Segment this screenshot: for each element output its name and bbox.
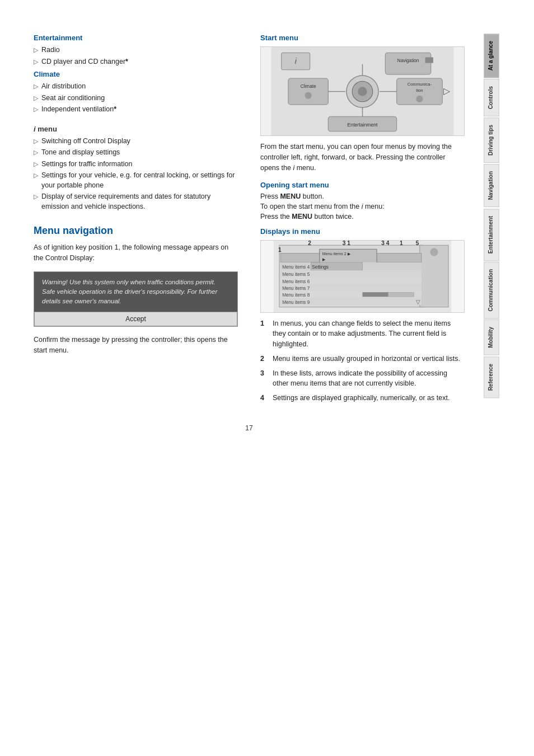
bullet-arrow-icon: ▷ bbox=[34, 46, 38, 54]
right-column: Start menu Climate bbox=[260, 34, 465, 407]
bullet-arrow-icon: ▷ bbox=[34, 105, 38, 114]
climate-list: ▷ Air distribution ▷ Seat air conditioni… bbox=[34, 82, 238, 115]
tab-navigation[interactable]: Navigation bbox=[484, 164, 499, 207]
svg-rect-11 bbox=[385, 53, 431, 74]
item-text: In these lists, arrows indicate the poss… bbox=[273, 368, 465, 388]
svg-text:Menu items 8: Menu items 8 bbox=[282, 293, 310, 298]
list-item: ▷ Air distribution bbox=[34, 82, 238, 92]
list-item: ▷ Seat air conditioning bbox=[34, 93, 238, 104]
start-menu-heading: Start menu bbox=[260, 34, 465, 42]
svg-text:1: 1 bbox=[400, 241, 403, 246]
svg-point-32 bbox=[430, 248, 438, 256]
svg-text:1: 1 bbox=[278, 247, 282, 253]
bullet-arrow-icon: ▷ bbox=[34, 148, 38, 157]
item-text: Settings for your vehicle, e.g. for cent… bbox=[41, 171, 238, 190]
list-item: ▷ Switching off Control Display bbox=[34, 137, 238, 147]
main-content: Entertainment ▷ Radio ▷ CD player and CD… bbox=[0, 0, 481, 756]
svg-text:2: 2 bbox=[308, 241, 311, 246]
i-icon: i bbox=[34, 125, 36, 133]
displays-numbered-list: 1 In menus, you can change fields to sel… bbox=[260, 318, 465, 403]
bullet-arrow-icon: ▷ bbox=[34, 192, 38, 201]
imenu-section: i menu ▷ Switching off Control Display ▷… bbox=[34, 125, 238, 212]
svg-point-10 bbox=[416, 96, 423, 102]
imenu-list: ▷ Switching off Control Display ▷ Tone a… bbox=[34, 137, 238, 212]
menu-bold-2: MENU bbox=[292, 213, 312, 220]
svg-text:Settings: Settings bbox=[312, 265, 329, 270]
svg-text:▽: ▽ bbox=[416, 299, 420, 305]
num-label: 1 bbox=[260, 318, 268, 328]
list-item: ▷ Settings for traffic information bbox=[34, 159, 238, 170]
list-item: ▷ Display of service requirements and da… bbox=[34, 192, 238, 212]
item-text: Switching off Control Display bbox=[41, 137, 130, 147]
bullet-arrow-icon: ▷ bbox=[34, 160, 38, 168]
svg-text:3 1: 3 1 bbox=[343, 241, 351, 246]
svg-text:Communica-: Communica- bbox=[407, 82, 432, 87]
start-menu-svg: Climate Communica- tion Navigation bbox=[261, 47, 464, 135]
item-text: In menus, you can change fields to selec… bbox=[273, 318, 465, 349]
list-item: ▷ Settings for your vehicle, e.g. for ce… bbox=[34, 171, 238, 190]
item-text: Display of service requirements and date… bbox=[41, 192, 238, 212]
menu-display-svg: 1 2 3 1 3 4 1 5 Menu items 2 ▶ bbox=[261, 241, 464, 312]
svg-text:Menu items 6: Menu items 6 bbox=[282, 279, 310, 284]
bullet-arrow-icon: ▷ bbox=[34, 58, 38, 66]
tab-controls[interactable]: Controls bbox=[484, 79, 499, 116]
displays-in-menu-heading: Displays in menu bbox=[260, 227, 465, 236]
start-menu-description: From the start menu, you can open four m… bbox=[260, 142, 465, 173]
entertainment-section: Entertainment ▷ Radio ▷ CD player and CD… bbox=[34, 34, 238, 67]
tab-mobility[interactable]: Mobility bbox=[484, 320, 499, 355]
press-menu-text: Press MENU button. bbox=[260, 192, 465, 200]
warning-container: Warning! Use this system only when traff… bbox=[34, 271, 238, 327]
bullet-arrow-icon: ▷ bbox=[34, 171, 38, 180]
svg-text:Entertainment: Entertainment bbox=[348, 122, 378, 128]
list-item: 4 Settings are displayed graphically, nu… bbox=[260, 393, 465, 403]
svg-text:tion: tion bbox=[416, 88, 423, 93]
list-item: 3 In these lists, arrows indicate the po… bbox=[260, 368, 465, 388]
list-item: 1 In menus, you can change fields to sel… bbox=[260, 318, 465, 349]
start-menu-section: Start menu Climate bbox=[260, 34, 465, 173]
tab-reference[interactable]: Reference bbox=[484, 356, 499, 398]
svg-rect-13 bbox=[425, 57, 433, 63]
bullet-arrow-icon: ▷ bbox=[34, 94, 38, 102]
svg-text:Navigation: Navigation bbox=[397, 58, 419, 63]
svg-text:3 4: 3 4 bbox=[381, 241, 390, 246]
to-open-text: To open the start menu from the i menu: bbox=[260, 203, 465, 210]
confirm-text: Confirm the message by pressing the cont… bbox=[34, 335, 238, 356]
list-item: 2 Menu items are usually grouped in hori… bbox=[260, 354, 465, 364]
sidebar-tabs: At a glance Controls Driving tips Naviga… bbox=[481, 0, 502, 756]
svg-text:Menu items 4: Menu items 4 bbox=[282, 265, 310, 270]
item-text: Settings are displayed graphically, nume… bbox=[273, 393, 449, 403]
num-label: 2 bbox=[260, 354, 268, 364]
climate-section: Climate ▷ Air distribution ▷ Seat air co… bbox=[34, 70, 238, 115]
svg-text:Menu items 2 ▶: Menu items 2 ▶ bbox=[322, 252, 351, 256]
list-item: ▷ Radio bbox=[34, 45, 238, 55]
item-text: Air distribution bbox=[41, 82, 86, 92]
bullet-arrow-icon: ▷ bbox=[34, 82, 38, 91]
accept-button[interactable]: Accept bbox=[34, 312, 237, 326]
num-label: 4 bbox=[260, 393, 268, 403]
list-item: ▷ Tone and display settings bbox=[34, 148, 238, 158]
opening-start-menu-heading: Opening start menu bbox=[260, 181, 465, 189]
opening-start-menu-section: Opening start menu Press MENU button. To… bbox=[260, 181, 465, 220]
tab-communication[interactable]: Communication bbox=[484, 262, 499, 319]
tab-entertainment[interactable]: Entertainment bbox=[484, 209, 499, 261]
svg-text:Climate: Climate bbox=[301, 84, 316, 89]
svg-text:Menu items 7: Menu items 7 bbox=[282, 286, 310, 291]
start-menu-diagram: Climate Communica- tion Navigation bbox=[260, 46, 465, 136]
svg-text:Menu items 9: Menu items 9 bbox=[282, 300, 310, 305]
menu-navigation-section: Menu navigation As of ignition key posit… bbox=[34, 225, 238, 356]
svg-text:5: 5 bbox=[416, 241, 419, 246]
displays-in-menu-section: Displays in menu 1 2 3 1 3 4 1 5 bbox=[260, 227, 465, 403]
tab-at-a-glance[interactable]: At a glance bbox=[484, 34, 499, 78]
list-item: ▷ Independent ventilation* bbox=[34, 105, 238, 115]
svg-point-6 bbox=[305, 92, 312, 99]
list-item: ▷ CD player and CD changer* bbox=[34, 57, 238, 67]
item-text: Settings for traffic information bbox=[41, 159, 132, 170]
warning-box: Warning! Use this system only when traff… bbox=[34, 272, 237, 312]
menu-nav-body: As of ignition key position 1, the follo… bbox=[34, 242, 238, 264]
menu-bold-1: MENU bbox=[280, 192, 301, 200]
entertainment-heading: Entertainment bbox=[34, 34, 238, 42]
svg-rect-4 bbox=[288, 78, 328, 105]
tab-driving-tips[interactable]: Driving tips bbox=[484, 118, 499, 163]
press-menu-twice-text: Press the MENU button twice. bbox=[260, 213, 465, 220]
item-text: Tone and display settings bbox=[41, 148, 120, 158]
